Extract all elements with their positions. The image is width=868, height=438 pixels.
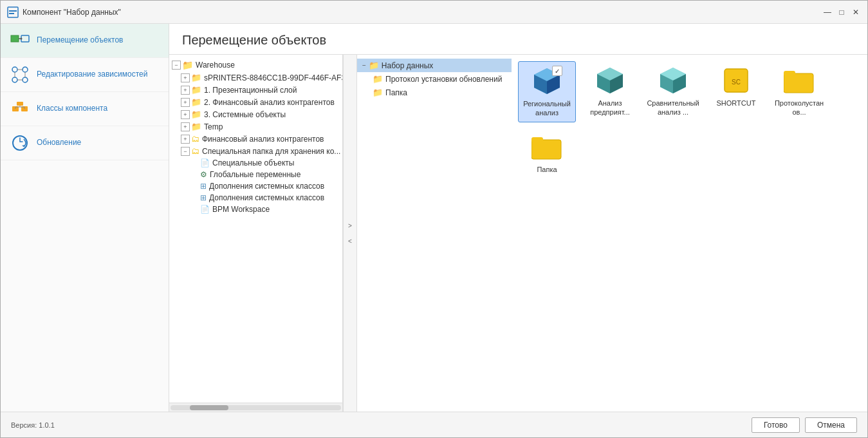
close-button[interactable]: ✕ [851,7,861,17]
maximize-button[interactable]: □ [836,7,847,17]
ok-button[interactable]: Готово [752,417,800,433]
window-controls: — □ ✕ [822,7,861,17]
scroll-arrows: > < [343,55,357,412]
svg-point-7 [12,67,17,72]
icon-item-regional[interactable]: ✓ Региональный анализ [518,61,576,122]
icon-label-papka: Папка [537,165,557,174]
sidebar-item-classes[interactable]: Классы компонента [1,92,169,126]
edit-deps-icon [10,64,30,85]
mid-label-papka: Папка [385,88,407,97]
left-tree-panel[interactable]: − 📁 Warehouse + 📁 sPRINTERS-8846CC1B-99D… [169,55,342,403]
svg-rect-42 [531,140,561,159]
tree-label-bpm: BPM Workspace [212,205,270,214]
scroll-left-arrow[interactable]: < [344,233,356,249]
icon-item-comparative[interactable]: Сравнительный анализ ... [644,61,702,122]
tree-label-sys-classes1: Дополнения системных классов [209,182,324,191]
tree-node-node3[interactable]: + 📁 3. Системные объекты [169,108,342,120]
tree-node-global-vars[interactable]: ⚙ Глобальные переменные [169,169,342,180]
icon-label-comparative: Сравнительный анализ ... [647,99,699,117]
folder-icon-node2: 📁 [191,97,201,107]
gear-icon-global-vars: ⚙ [200,170,207,179]
tree-label-special-objects: Специальные объекты [212,158,294,167]
cancel-button[interactable]: Отмена [805,417,857,433]
tree-horizontal-scrollbar[interactable] [169,403,342,412]
content-area: Перемещение объектов − 📁 Warehouse [169,24,867,412]
footer: Версия: 1.0.1 Готово Отмена [1,412,867,437]
svg-rect-2 [9,13,14,14]
mid-node-header[interactable]: − 📁 Набор данных [357,59,512,72]
tree-node-sys-classes2[interactable]: ⊞ Дополнения системных классов [169,192,342,204]
tree-node-sys-classes1[interactable]: ⊞ Дополнения системных классов [169,180,342,192]
mid-panel[interactable]: − 📁 Набор данных 📁 Протокол установки об… [357,55,512,412]
tree-node-special-objects[interactable]: 📄 Специальные объекты [169,157,342,169]
minimize-button[interactable]: — [822,7,833,17]
doc-icon-special-objects: 📄 [200,158,210,167]
svg-point-10 [23,77,28,82]
sidebar-item-update[interactable]: Обновление [1,126,169,160]
main-layout: Перемещение объектов Редак [1,24,867,412]
doc-icon-bpm: 📄 [200,205,210,214]
sidebar-item-move-objects[interactable]: Перемещение объектов [1,24,169,58]
plugin-icon-sys-classes2: ⊞ [200,193,207,202]
tree-node-node2[interactable]: + 📁 2. Финансовый анализ контрагентов [169,96,342,108]
mid-label-header: Набор данных [382,61,433,70]
cube-icon-regional: ✓ [531,66,562,97]
tree-node-printers[interactable]: + 📁 sPRINTERS-8846CC1B-99DF-446F-AF3... [169,71,342,84]
icon-item-enterprise[interactable]: Анализ предприят... [581,61,639,122]
mid-node-proto[interactable]: 📁 Протокол установки обновлений [357,72,512,86]
folder-icon-warehouse: 📁 [182,60,193,70]
folder-icon-proto [784,65,815,96]
mid-node-papka[interactable]: 📁 Папка [357,86,512,99]
sidebar-item-edit-deps[interactable]: Редактирование зависимостей [1,58,169,92]
tree-expand-node1[interactable]: + [181,86,190,95]
panels-row: − 📁 Warehouse + 📁 sPRINTERS-8846CC1B-99D… [169,55,867,412]
icon-label-regional: Региональный анализ [521,99,573,118]
icon-item-proto[interactable]: Протоколустанов... [770,61,828,122]
tree-node-special-folder[interactable]: − 🗂 Специальная папка для хранения ко... [169,145,342,157]
tree-label-special-folder: Специальная папка для хранения ко... [202,147,340,156]
h-scroll-thumb[interactable] [190,405,228,410]
tree-node-warehouse[interactable]: − 📁 Warehouse [169,59,342,71]
window-title: Компонент "Набор данных" [23,8,822,17]
svg-rect-0 [8,7,18,17]
tree-expand-special-folder[interactable]: − [181,147,190,156]
sidebar: Перемещение объектов Редак [1,24,169,412]
folder-icon-node3: 📁 [191,110,201,119]
tree-expand-printers[interactable]: + [181,73,190,82]
mid-label-proto: Протокол установки обновлений [385,75,502,84]
tree-expand-warehouse[interactable]: − [172,61,181,70]
cube-icon-comparative [658,65,688,96]
svg-rect-3 [11,35,19,42]
tree-panel-wrapper: − 📁 Warehouse + 📁 sPRINTERS-8846CC1B-99D… [169,55,343,412]
mid-panel-wrapper: − 📁 Набор данных 📁 Протокол установки об… [357,55,512,412]
tree-expand-node3[interactable]: + [181,110,190,119]
window-icon [7,6,19,18]
cube-icon-enterprise [595,65,625,96]
mid-folder-icon-papka: 📁 [373,88,383,97]
icon-item-papka[interactable]: Папка [518,128,576,178]
sidebar-label-classes: Классы компонента [37,104,107,114]
svg-point-8 [23,67,28,72]
tree-expand-fin-analysis[interactable]: + [181,135,190,144]
mid-folder-icon-proto: 📁 [373,74,383,84]
tree-label-node2: 2. Финансовый анализ контрагентов [204,98,335,107]
tree-node-fin-analysis[interactable]: + 🗂 Финансовый анализ контрагентов [169,133,342,145]
tree-expand-temp[interactable]: + [181,122,190,131]
tree-label-temp: Temp [204,122,223,131]
svg-rect-1 [9,10,17,12]
folder-icon-temp: 📁 [191,122,201,131]
folder-icon-node1: 📁 [191,85,201,95]
svg-point-9 [12,77,17,82]
move-objects-icon [10,30,30,51]
right-icon-panel[interactable]: ✓ Региональный анализ [512,55,867,412]
tree-node-bpm[interactable]: 📄 BPM Workspace [169,204,342,215]
h-scroll-track[interactable] [171,405,341,410]
tree-node-node1[interactable]: + 📁 1. Презентационный слой [169,84,342,96]
tree-expand-node2[interactable]: + [181,98,190,107]
svg-rect-44 [531,137,543,142]
classes-icon [10,99,30,119]
icon-item-shortcut[interactable]: SC SHORTCUT [707,61,765,122]
tree-node-temp[interactable]: + 📁 Temp [169,120,342,133]
scroll-right-arrow[interactable]: > [344,218,356,233]
tree-label-warehouse: Warehouse [196,61,235,70]
